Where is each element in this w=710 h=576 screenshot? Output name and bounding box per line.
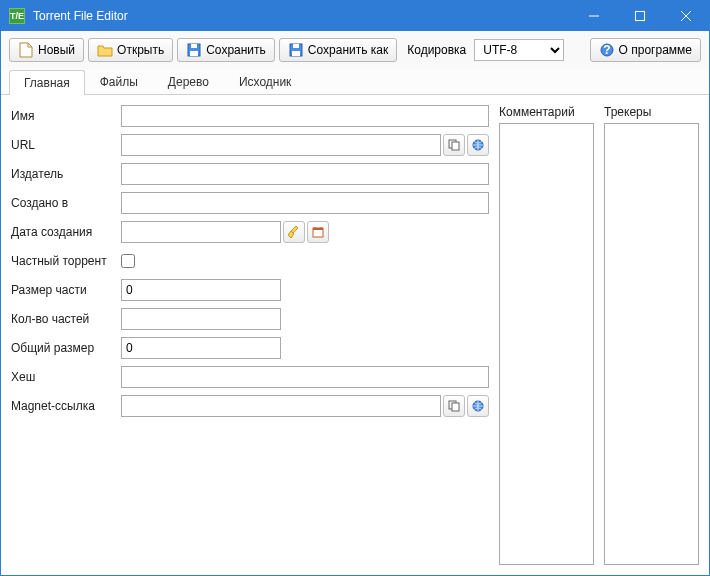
- tab-source[interactable]: Исходник: [224, 69, 306, 94]
- titlebar: T/E Torrent File Editor: [1, 1, 709, 31]
- maximize-button[interactable]: [617, 1, 663, 31]
- new-button[interactable]: Новый: [9, 38, 84, 62]
- copy-icon: [448, 139, 460, 151]
- piece-count-input[interactable]: [121, 308, 281, 330]
- saveas-button-label: Сохранить как: [308, 43, 388, 57]
- app-icon: T/E: [9, 8, 25, 24]
- publisher-label: Издатель: [11, 167, 121, 181]
- magnet-open-button[interactable]: [467, 395, 489, 417]
- broom-icon: [288, 225, 300, 239]
- publisher-input[interactable]: [121, 163, 489, 185]
- svg-rect-5: [191, 44, 197, 48]
- svg-text:?: ?: [603, 43, 610, 57]
- creation-date-label: Дата создания: [11, 225, 121, 239]
- piece-count-label: Кол-во частей: [11, 312, 121, 326]
- copy-icon: [448, 400, 460, 412]
- created-in-input[interactable]: [121, 192, 489, 214]
- calendar-icon: [312, 226, 324, 238]
- close-button[interactable]: [663, 1, 709, 31]
- url-input[interactable]: [121, 134, 441, 156]
- svg-rect-1: [636, 12, 645, 21]
- date-clear-button[interactable]: [283, 221, 305, 243]
- private-checkbox[interactable]: [121, 254, 135, 268]
- trackers-label: Трекеры: [604, 105, 699, 119]
- url-copy-button[interactable]: [443, 134, 465, 156]
- save-icon: [186, 42, 202, 58]
- save-as-icon: [288, 42, 304, 58]
- total-size-input[interactable]: [121, 337, 281, 359]
- private-label: Частный торрент: [11, 254, 121, 268]
- save-button-label: Сохранить: [206, 43, 266, 57]
- name-label: Имя: [11, 109, 121, 123]
- encoding-select[interactable]: UTF-8: [474, 39, 564, 61]
- tab-main[interactable]: Главная: [9, 70, 85, 95]
- created-in-label: Создано в: [11, 196, 121, 210]
- svg-rect-20: [452, 403, 459, 411]
- piece-size-input[interactable]: [121, 279, 281, 301]
- magnet-copy-button[interactable]: [443, 395, 465, 417]
- url-browse-button[interactable]: [467, 134, 489, 156]
- open-button-label: Открыть: [117, 43, 164, 57]
- hash-label: Хеш: [11, 370, 121, 384]
- date-now-button[interactable]: [307, 221, 329, 243]
- name-input[interactable]: [121, 105, 489, 127]
- window-title: Torrent File Editor: [33, 9, 571, 23]
- toolbar: Новый Открыть Сохранить Сохранить как Ко…: [1, 31, 709, 69]
- content-area: Имя URL Издатель: [1, 95, 709, 575]
- save-button[interactable]: Сохранить: [177, 38, 275, 62]
- comment-column: Комментарий: [499, 105, 594, 565]
- tab-files[interactable]: Файлы: [85, 69, 153, 94]
- open-button[interactable]: Открыть: [88, 38, 173, 62]
- comment-box[interactable]: [499, 123, 594, 565]
- globe-icon: [472, 139, 484, 151]
- svg-rect-6: [190, 51, 198, 56]
- svg-rect-8: [293, 44, 299, 48]
- tab-tree[interactable]: Дерево: [153, 69, 224, 94]
- help-icon: ?: [599, 42, 615, 58]
- creation-date-input[interactable]: [121, 221, 281, 243]
- saveas-button[interactable]: Сохранить как: [279, 38, 397, 62]
- hash-input[interactable]: [121, 366, 489, 388]
- total-size-label: Общий размер: [11, 341, 121, 355]
- trackers-column: Трекеры: [604, 105, 699, 565]
- url-label: URL: [11, 138, 121, 152]
- svg-rect-13: [452, 142, 459, 150]
- magnet-label: Magnet-ссылка: [11, 399, 121, 413]
- about-button-label: О программе: [619, 43, 692, 57]
- globe-icon: [472, 400, 484, 412]
- file-icon: [18, 42, 34, 58]
- comment-label: Комментарий: [499, 105, 594, 119]
- piece-size-label: Размер части: [11, 283, 121, 297]
- app-window: T/E Torrent File Editor Новый Открыть: [0, 0, 710, 576]
- tabbar: Главная Файлы Дерево Исходник: [1, 69, 709, 95]
- magnet-input[interactable]: [121, 395, 441, 417]
- minimize-button[interactable]: [571, 1, 617, 31]
- new-button-label: Новый: [38, 43, 75, 57]
- trackers-box[interactable]: [604, 123, 699, 565]
- svg-rect-9: [292, 51, 300, 56]
- about-button[interactable]: ? О программе: [590, 38, 701, 62]
- encoding-label: Кодировка: [407, 43, 466, 57]
- form-column: Имя URL Издатель: [11, 105, 489, 565]
- folder-open-icon: [97, 42, 113, 58]
